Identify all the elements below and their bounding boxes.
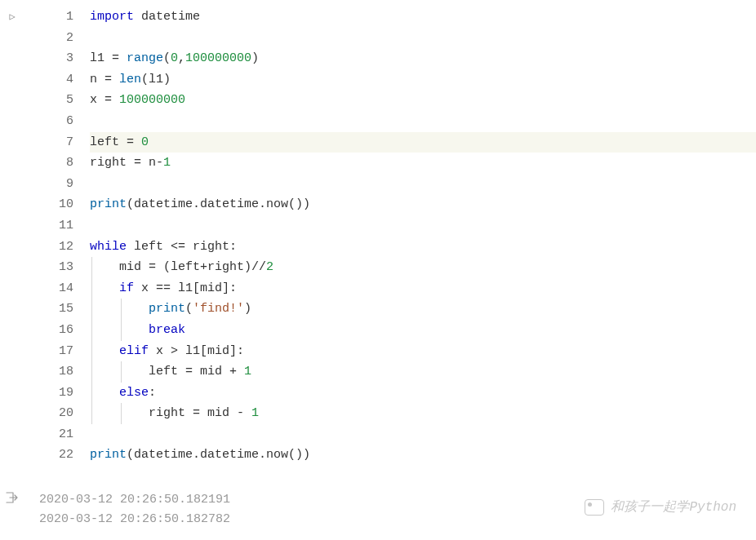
code-line[interactable]: else: [90, 383, 756, 404]
output-gutter-icon [0, 490, 24, 529]
code-line[interactable] [90, 215, 756, 237]
code-line[interactable]: x = 100000000 [90, 90, 756, 111]
run-gutter: ▷ [0, 7, 24, 466]
watermark: 和孩子一起学Python [585, 498, 736, 516]
code-editor[interactable]: ▷ 12345678910111213141516171819202122 im… [0, 0, 756, 466]
code-line[interactable]: print(datetime.datetime.now()) [90, 445, 756, 466]
code-line[interactable]: import datetime [90, 7, 756, 28]
code-line[interactable]: left = 0 [90, 132, 756, 153]
code-area[interactable]: import datetimel1 = range(0,100000000)n … [90, 7, 756, 466]
code-line[interactable]: l1 = range(0,100000000) [90, 48, 756, 69]
run-icon[interactable]: ▷ [9, 11, 15, 23]
code-line[interactable]: elif x > l1[mid]: [90, 341, 756, 362]
code-line[interactable]: print('find!') [90, 299, 756, 320]
code-line[interactable] [90, 424, 756, 445]
code-line[interactable]: right = mid - 1 [90, 403, 756, 424]
code-line[interactable]: right = n-1 [90, 153, 756, 174]
code-line[interactable] [90, 111, 756, 132]
code-line[interactable] [90, 28, 756, 49]
code-line[interactable]: print(datetime.datetime.now()) [90, 194, 756, 215]
line-number-gutter: 12345678910111213141516171819202122 [24, 7, 90, 466]
code-line[interactable]: break [90, 320, 756, 341]
code-line[interactable]: if x == l1[mid]: [90, 278, 756, 299]
code-line[interactable] [90, 174, 756, 195]
code-line[interactable]: while left <= right: [90, 237, 756, 258]
code-line[interactable]: n = len(l1) [90, 69, 756, 91]
code-line[interactable]: left = mid + 1 [90, 361, 756, 383]
watermark-text: 和孩子一起学Python [611, 498, 736, 516]
wechat-icon [585, 499, 604, 516]
code-line[interactable]: mid = (left+right)//2 [90, 257, 756, 278]
